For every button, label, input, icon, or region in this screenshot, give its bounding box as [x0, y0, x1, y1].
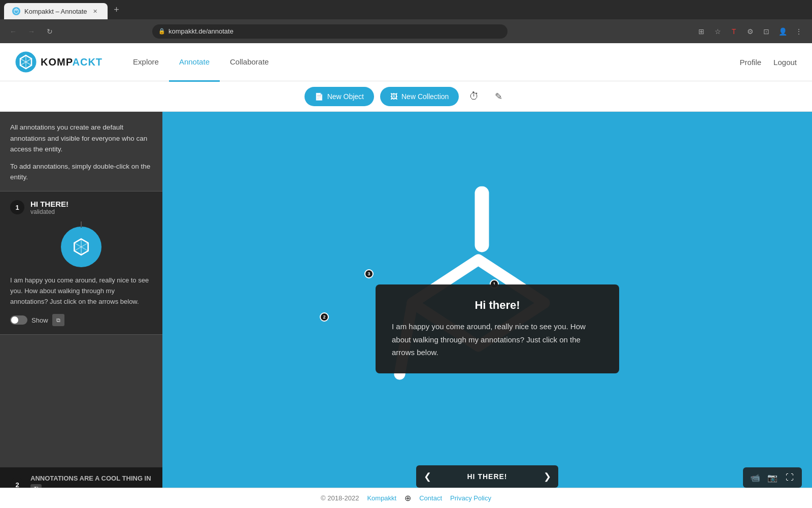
annotation-popup: Hi there! I am happy you come around, re…: [376, 284, 619, 373]
annotation-1-header: 1 HI THERE! validated: [10, 200, 152, 215]
logo[interactable]: KOMPACKT: [15, 51, 103, 73]
logo-text: KOMPACKT: [41, 56, 103, 68]
next-annotation-button[interactable]: ❯: [536, 465, 558, 488]
app-header: KOMPACKT Explore Annotate Collaborate Pr…: [0, 43, 812, 81]
main-content: All annotations you create are default a…: [0, 112, 812, 508]
footer: © 2018-2022 Kompakkt ⊕ Contact Privacy P…: [0, 488, 812, 508]
browser-toolbar: ← → ↻ 🔒 kompakkt.de/annotate ⊞ ☆ T ⚙ ⊡ 👤…: [0, 19, 812, 43]
github-icon[interactable]: ⊕: [404, 493, 411, 503]
copy-icon[interactable]: ⧉: [52, 314, 64, 326]
prev-annotation-button[interactable]: ❮: [416, 465, 438, 488]
bottom-nav-label: HI THERE!: [438, 472, 536, 481]
tab-favicon: [12, 7, 20, 15]
annotation-1-body-text: I am happy you come around, really nice …: [10, 275, 152, 307]
extension-red-icon[interactable]: T: [727, 24, 741, 39]
address-bar[interactable]: 🔒 kompakkt.de/annotate: [152, 24, 507, 39]
bottom-right-controls: 📹 📷 ⛶: [743, 467, 802, 488]
sidebar: All annotations you create are default a…: [0, 112, 162, 508]
new-object-icon: 📄: [315, 92, 323, 101]
new-collection-button[interactable]: 🖼 New Collection: [380, 87, 459, 106]
lock-icon: 🔒: [158, 28, 165, 35]
popup-body: I am happy you come around, really nice …: [392, 320, 603, 359]
header-right: Profile Logout: [740, 58, 797, 67]
annotation-1-icon-area: [10, 218, 152, 275]
sidebar-info: All annotations you create are default a…: [0, 112, 162, 192]
back-button[interactable]: ←: [6, 24, 20, 39]
close-icon[interactable]: ✕: [91, 7, 99, 15]
annotation-dot-3[interactable]: 3: [364, 269, 374, 278]
new-tab-button[interactable]: +: [110, 3, 124, 17]
split-view-icon[interactable]: ⊡: [759, 24, 773, 39]
puzzle-icon[interactable]: ⚙: [743, 24, 757, 39]
svg-rect-9: [475, 186, 489, 252]
translate-icon[interactable]: ⊞: [694, 24, 708, 39]
footer-copyright: © 2018-2022: [321, 494, 359, 502]
tab-title: Kompakkt – Annotate: [24, 8, 87, 15]
tab-bar: Kompakkt – Annotate ✕ +: [0, 0, 812, 19]
active-tab[interactable]: Kompakkt – Annotate ✕: [4, 3, 108, 19]
show-label: Show: [31, 316, 48, 324]
new-collection-icon: 🖼: [390, 92, 397, 101]
forward-button[interactable]: →: [24, 24, 39, 39]
address-text: kompakkt.de/annotate: [168, 27, 233, 35]
reload-button[interactable]: ↻: [43, 24, 57, 39]
bookmark-icon[interactable]: ☆: [710, 24, 725, 39]
menu-icon[interactable]: ⋮: [792, 24, 806, 39]
annotation-2-title: ANNOTATIONS ARE A COOL THING IN: [30, 474, 151, 482]
edit-button[interactable]: ✎: [489, 87, 507, 106]
show-row: Show ⧉: [10, 314, 152, 326]
fullscreen-button[interactable]: ⛶: [782, 469, 798, 486]
toolbar-bar: 📄 New Object 🖼 New Collection ⏱ ✎: [0, 81, 812, 112]
history-button[interactable]: ⏱: [465, 87, 483, 106]
profile-link[interactable]: Profile: [740, 58, 762, 67]
sidebar-info-text-1: All annotations you create are default a…: [10, 122, 152, 155]
browser-toolbar-actions: ⊞ ☆ T ⚙ ⊡ 👤 ⋮: [694, 24, 806, 39]
annotation-1-icon-circle: [61, 227, 101, 267]
footer-privacy-link[interactable]: Privacy Policy: [450, 494, 491, 502]
annotation-item-1[interactable]: 1 HI THERE! validated: [0, 192, 162, 335]
canvas-area: 1 2 3 Hi there! I am happy you come arou…: [162, 112, 812, 508]
video-button[interactable]: 📹: [747, 469, 763, 486]
popup-title: Hi there!: [392, 299, 603, 312]
camera-button[interactable]: 📷: [764, 469, 781, 486]
toggle-knob: [11, 316, 18, 324]
nav-collaborate[interactable]: Collaborate: [220, 44, 279, 82]
main-nav: Explore Annotate Collaborate: [123, 43, 279, 81]
account-icon[interactable]: 👤: [775, 24, 790, 39]
show-toggle[interactable]: [10, 315, 27, 325]
nav-annotate[interactable]: Annotate: [169, 44, 220, 82]
annotation-1-num: 1: [10, 200, 24, 214]
annotation-dot-2[interactable]: 2: [320, 312, 329, 322]
logout-link[interactable]: Logout: [773, 58, 797, 67]
new-object-button[interactable]: 📄 New Object: [304, 87, 374, 106]
nav-explore[interactable]: Explore: [123, 44, 169, 82]
footer-contact-link[interactable]: Contact: [419, 494, 442, 502]
browser-chrome: Kompakkt – Annotate ✕ + ← → ↻ 🔒 kompakkt…: [0, 0, 812, 43]
annotation-1-status: validated: [30, 208, 69, 215]
sidebar-info-text-2: To add annotations, simply double-click …: [10, 161, 152, 183]
footer-kompakkt-link[interactable]: Kompakkt: [367, 494, 396, 502]
bottom-nav: ❮ HI THERE! ❯: [416, 465, 558, 488]
annotation-1-title: HI THERE!: [30, 200, 69, 208]
